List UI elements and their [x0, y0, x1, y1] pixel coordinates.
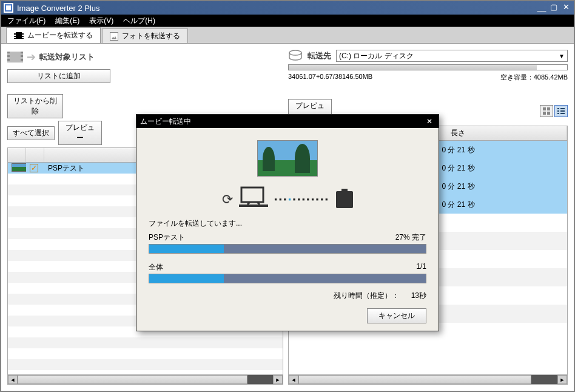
transfer-dialog: ムービー転送中 ✕ ⟳ ▪▪▪▪▪▪▪▪▪▪▪▪ ファイルを転送しています...: [136, 114, 439, 331]
eta-label: 残り時間（推定）：: [334, 291, 399, 301]
transfer-graphic: [149, 140, 426, 177]
modal-overlay: ムービー転送中 ✕ ⟳ ▪▪▪▪▪▪▪▪▪▪▪▪ ファイルを転送しています...: [1, 1, 574, 391]
transfer-dots: ▪▪▪▪▪▪▪▪▪▪▪▪: [274, 195, 329, 204]
overall-progress-fill: [149, 274, 224, 283]
eta-value: 13秒: [411, 291, 426, 301]
cancel-button[interactable]: キャンセル: [367, 308, 426, 323]
dialog-title: ムービー転送中: [140, 117, 191, 127]
overall-progress-bar: [149, 274, 426, 283]
svg-rect-13: [241, 188, 263, 202]
transfer-flow-row: ⟳ ▪▪▪▪▪▪▪▪▪▪▪▪: [149, 186, 426, 212]
overall-count: 1/1: [416, 262, 426, 272]
eta-row: 残り時間（推定）： 13秒: [149, 291, 426, 301]
status-text: ファイルを転送しています...: [149, 218, 426, 229]
file-name-label: PSPテスト: [149, 232, 185, 243]
app-window: Image Converter 2 Plus __ ▢ ✕ ファイル(F) 編集…: [0, 0, 575, 392]
file-progress-bar: [149, 244, 426, 254]
pc-icon: [239, 186, 268, 212]
file-pct-label: 27% 完了: [395, 232, 426, 243]
svg-rect-14: [239, 204, 268, 207]
file-progress-fill: [149, 245, 224, 253]
overall-label: 全体: [149, 262, 163, 272]
dialog-body: ⟳ ▪▪▪▪▪▪▪▪▪▪▪▪ ファイルを転送しています... PSPテスト 27…: [136, 128, 439, 331]
device-icon: [336, 191, 353, 208]
refresh-icon: ⟳: [222, 192, 233, 208]
preview-thumbnail: [257, 140, 318, 177]
dialog-close-button[interactable]: ✕: [424, 117, 435, 126]
dialog-titlebar: ムービー転送中 ✕: [136, 115, 439, 128]
